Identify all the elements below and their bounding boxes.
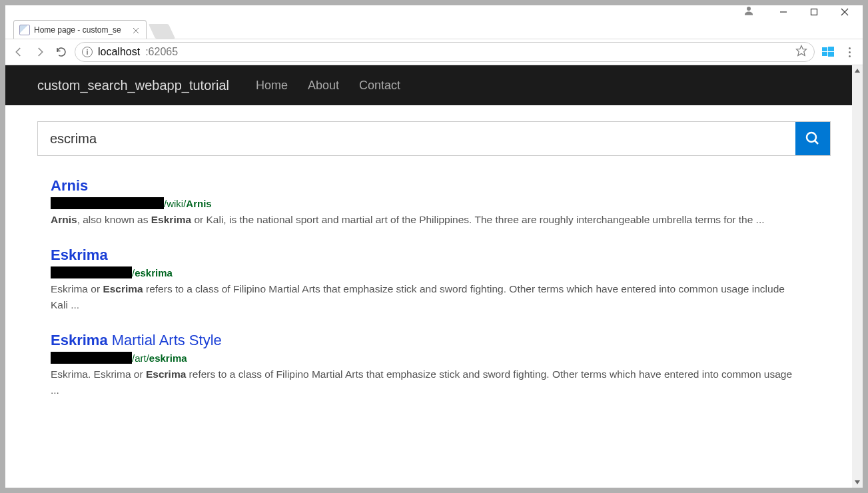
scrollbar[interactable] — [852, 65, 863, 488]
redacted-domain — [51, 352, 132, 364]
close-button[interactable] — [829, 5, 860, 19]
svg-point-12 — [807, 133, 816, 142]
maximize-button[interactable] — [799, 5, 829, 19]
scroll-up-icon[interactable] — [852, 65, 863, 76]
svg-rect-9 — [828, 47, 834, 51]
svg-rect-11 — [828, 52, 834, 57]
page-body: Arnis/wiki/ArnisArnis, also known as Esk… — [5, 105, 863, 433]
result-title[interactable]: Eskrima — [51, 246, 797, 264]
windows-extension-icon[interactable] — [820, 46, 836, 58]
svg-marker-14 — [855, 69, 860, 73]
site-navbar: custom_search_webapp_tutorial Home About… — [5, 65, 863, 105]
window-titlebar — [5, 5, 863, 19]
nav-link-contact[interactable]: Contact — [359, 79, 400, 93]
profile-icon[interactable] — [743, 5, 755, 19]
result-title[interactable]: Arnis — [51, 177, 797, 195]
result-url[interactable]: /wiki/Arnis — [51, 197, 797, 209]
browser-menu-button[interactable] — [841, 47, 857, 57]
search-result: Eskrima Martial Arts Style/art/eskrimaEs… — [51, 332, 797, 398]
redacted-domain — [51, 266, 132, 278]
result-url[interactable]: /eskrima — [51, 266, 797, 278]
result-url[interactable]: /art/eskrima — [51, 352, 797, 364]
result-snippet: Eskrima. Eskrima or Escrima refers to a … — [51, 366, 797, 398]
result-snippet: Eskrima or Escrima refers to a class of … — [51, 281, 797, 313]
svg-rect-8 — [822, 47, 827, 51]
back-button[interactable] — [11, 44, 27, 60]
browser-tab[interactable]: Home page - custom_se — [13, 20, 147, 39]
reload-button[interactable] — [53, 44, 69, 60]
page-viewport: custom_search_webapp_tutorial Home About… — [5, 65, 863, 488]
new-tab-button[interactable] — [149, 24, 175, 39]
results-list: Arnis/wiki/ArnisArnis, also known as Esk… — [37, 177, 831, 398]
minimize-button[interactable] — [768, 5, 799, 19]
address-bar[interactable]: i localhost:62065 — [75, 42, 815, 62]
tab-strip: Home page - custom_se — [5, 19, 863, 39]
scroll-down-icon[interactable] — [852, 477, 863, 488]
search-input[interactable] — [38, 122, 795, 155]
url-port: :62065 — [145, 46, 178, 58]
result-url-path: /art/eskrima — [132, 352, 187, 364]
search-result: Eskrima/eskrimaEskrima or Escrima refers… — [51, 246, 797, 313]
svg-line-13 — [815, 141, 818, 144]
bookmark-icon[interactable] — [795, 45, 807, 59]
forward-button[interactable] — [32, 44, 48, 60]
url-host: localhost — [98, 46, 140, 58]
search-icon — [805, 131, 821, 147]
result-url-path: /wiki/Arnis — [164, 198, 212, 209]
tab-close-icon[interactable] — [133, 27, 139, 33]
svg-point-0 — [747, 7, 751, 11]
result-title[interactable]: Eskrima Martial Arts Style — [51, 332, 797, 349]
svg-marker-15 — [855, 480, 860, 484]
search-button[interactable] — [795, 122, 830, 155]
redacted-domain — [51, 197, 164, 209]
svg-rect-10 — [822, 52, 827, 56]
svg-marker-7 — [797, 46, 807, 56]
nav-link-home[interactable]: Home — [256, 79, 288, 93]
browser-window: Home page - custom_se i localhost:62065 — [5, 5, 863, 488]
nav-link-about[interactable]: About — [308, 79, 339, 93]
navbar-brand[interactable]: custom_search_webapp_tutorial — [37, 78, 229, 93]
tab-title: Home page - custom_se — [34, 25, 129, 35]
toolbar: i localhost:62065 — [5, 39, 863, 65]
result-snippet: Arnis, also known as Eskrima or Kali, is… — [51, 212, 797, 228]
result-url-path: /eskrima — [132, 267, 173, 278]
search-result: Arnis/wiki/ArnisArnis, also known as Esk… — [51, 177, 797, 228]
search-bar — [37, 121, 831, 156]
svg-rect-2 — [811, 9, 817, 15]
favicon-icon — [19, 25, 30, 35]
site-info-icon[interactable]: i — [82, 47, 93, 57]
